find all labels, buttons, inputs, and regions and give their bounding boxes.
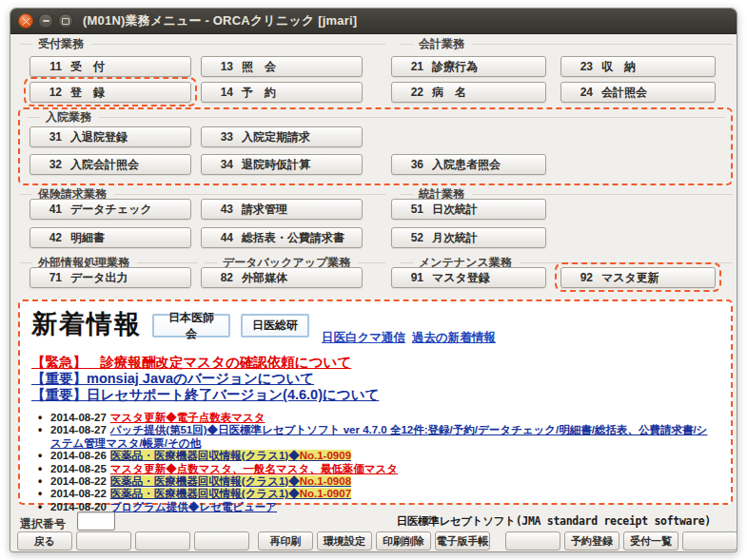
menu-button-code: 92: [574, 271, 593, 284]
fkey-button-blank[interactable]: [505, 531, 560, 550]
fkey-button-blank[interactable]: [194, 531, 249, 550]
news-item-link-1[interactable]: マスタ更新◆電子点数表マスタ: [110, 412, 265, 423]
menu-button-label: マスタ登録: [432, 270, 490, 286]
menu-button-21[interactable]: 21診療行為: [391, 56, 546, 77]
menu-button-label: 入院定期請求: [242, 129, 310, 145]
menu-button-33[interactable]: 33入院定期請求: [201, 126, 363, 147]
important-headline-link-2[interactable]: 【重要】日レセサポート終了バージョン(4.6.0)について: [31, 387, 379, 403]
menu-button-71[interactable]: 71データ出力: [29, 267, 191, 288]
fkey-button-reception-list[interactable]: 受付一覧: [623, 531, 678, 550]
menu-button-code: 24: [574, 86, 593, 99]
close-icon[interactable]: [18, 13, 33, 29]
menu-button-11[interactable]: 11受 付: [29, 56, 191, 77]
menu-button-code: 12: [43, 86, 62, 99]
recall-number: No.1-0908: [300, 475, 351, 487]
news-item-link-5[interactable]: 医薬品・医療機器回収情報(クラス1)◆No.1-0908: [110, 475, 351, 487]
minimize-icon[interactable]: [38, 13, 53, 29]
menu-button-label: 予 約: [242, 85, 276, 101]
software-name-text: 日医標準レセプトソフト(JMA standard receipt softwar…: [397, 514, 711, 529]
menu-button-82[interactable]: 82外部媒体: [201, 267, 363, 288]
jma-button[interactable]: 日本医師会: [152, 314, 230, 338]
menu-button-44[interactable]: 44総括表・公費請求書: [201, 227, 363, 248]
news-item: 2014-08-22医薬品・医療機器回収情報(クラス1)◆No.1-0907: [37, 488, 709, 500]
menu-button-14[interactable]: 14予 約: [201, 82, 363, 103]
menu-button-42[interactable]: 42明細書: [29, 227, 191, 248]
news-item: 2014-08-27マスタ更新◆電子点数表マスタ: [37, 412, 709, 424]
menu-button-code: 82: [214, 271, 233, 284]
menu-button-label: 外部媒体: [242, 270, 287, 286]
menu-button-code: 14: [214, 86, 233, 99]
menu-button-91[interactable]: 91マスタ登録: [391, 267, 546, 288]
news-item-link-2[interactable]: パッチ提供(第51回)◆日医標準レセプトソフト ver 4.7.0 全12件:登…: [50, 424, 707, 448]
news-title: 新着情報: [31, 307, 142, 341]
shirokuma-news-link[interactable]: 日医白クマ通信: [322, 330, 405, 346]
menu-button-32[interactable]: 32入院会計照会: [29, 154, 191, 175]
important-headline-link-1[interactable]: 【重要】monsiaj Javaのバージョンについて: [31, 371, 379, 387]
menu-button-36[interactable]: 36入院患者照会: [391, 154, 546, 175]
fkey-button-reservation-entry[interactable]: 予約登録: [564, 531, 619, 550]
fkey-button-reprint[interactable]: 再印刷: [258, 531, 313, 550]
fkey-button-e-notebook[interactable]: 電子版手帳: [435, 531, 490, 550]
news-item-link-7[interactable]: プログラム提供◆レセ電ビューア: [110, 501, 277, 512]
fkey-button-blank[interactable]: [76, 531, 131, 550]
fkey-button-blank[interactable]: [135, 531, 190, 550]
menu-button-13[interactable]: 13照 会: [201, 56, 363, 77]
menu-button-12[interactable]: 12登 録: [29, 82, 191, 103]
recall-number: No.1-0909: [300, 450, 351, 461]
maximize-icon[interactable]: [58, 13, 73, 29]
menu-button-code: 43: [214, 203, 233, 216]
menu-button-code: 32: [43, 158, 62, 171]
menu-button-code: 23: [574, 60, 593, 73]
news-item-date: 2014-08-26: [50, 450, 107, 461]
menu-button-31[interactable]: 31入退院登録: [29, 126, 191, 147]
desktop: { "window": { "title": "(M01N)業務メニュー - O…: [0, 0, 747, 560]
menu-button-41[interactable]: 41データチェック: [29, 199, 191, 220]
news-item: 2014-08-26医薬品・医療機器回収情報(クラス1)◆No.1-0909: [37, 450, 709, 462]
news-item-date: 2014-08-27: [50, 424, 107, 435]
menu-button-label: 登 録: [70, 85, 105, 101]
menu-button-code: 33: [214, 130, 233, 144]
fkey-button-print-delete[interactable]: 印刷削除: [376, 531, 431, 550]
recall-label: 医薬品・医療機器回収情報(クラス1)◆: [110, 475, 300, 487]
app-window: (M01N)業務メニュー - ORCAクリニック [jmari] 受付業務会計業…: [10, 8, 737, 552]
menu-button-34[interactable]: 34退院時仮計算: [201, 154, 363, 175]
news-item-date: 2014-08-27: [50, 412, 107, 423]
news-item-link-3[interactable]: 医薬品・医療機器回収情報(クラス1)◆No.1-0909: [110, 450, 351, 461]
news-item-date: 2014-08-22: [50, 475, 107, 487]
fkey-button-back[interactable]: 戻る: [17, 531, 72, 550]
menu-button-22[interactable]: 22病 名: [391, 82, 546, 103]
past-news-link[interactable]: 過去の新着情報: [412, 330, 496, 346]
menu-button-label: 明細書: [70, 230, 105, 246]
fkey-button-settings[interactable]: 環境設定: [317, 531, 372, 550]
fkey-button-blank[interactable]: [682, 531, 737, 550]
menu-button-51[interactable]: 51日次統計: [391, 199, 546, 220]
jmari-button[interactable]: 日医総研: [241, 314, 309, 338]
menu-button-code: 42: [43, 231, 62, 244]
menu-button-label: 入院会計照会: [70, 157, 139, 173]
menu-button-label: 診療行為: [432, 59, 478, 75]
emergency-headline-link[interactable]: 【緊急】 診療報酬改定マスタの確認依頼について: [31, 355, 379, 371]
news-item: 2014-08-27パッチ提供(第51回)◆日医標準レセプトソフト ver 4.…: [37, 424, 709, 450]
menu-button-label: 退院時仮計算: [242, 157, 310, 173]
menu-button-code: 52: [404, 231, 423, 244]
menu-button-code: 41: [43, 203, 62, 216]
menu-button-code: 71: [43, 271, 62, 284]
menu-button-label: 会計照会: [601, 85, 647, 101]
recall-label: 医薬品・医療機器回収情報(クラス1)◆: [110, 450, 300, 461]
menu-button-43[interactable]: 43請求管理: [201, 199, 363, 220]
news-item-link-6[interactable]: 医薬品・医療機器回収情報(クラス1)◆No.1-0907: [110, 488, 351, 499]
menu-button-23[interactable]: 23収 納: [560, 56, 716, 77]
news-item-date: 2014-08-22: [50, 488, 107, 499]
selection-number-input[interactable]: [77, 512, 115, 531]
menu-button-code: 21: [404, 60, 423, 73]
menu-button-24[interactable]: 24会計照会: [560, 82, 716, 103]
menu-button-code: 22: [404, 86, 423, 99]
menu-button-92[interactable]: 92マスタ更新: [560, 267, 716, 288]
window-title: (M01N)業務メニュー - ORCAクリニック [jmari]: [83, 12, 357, 29]
menu-button-52[interactable]: 52月次統計: [391, 227, 546, 248]
section-legend-inpatient: 入院業務: [28, 110, 725, 125]
news-item-link-4[interactable]: マスタ更新◆点数マスタ、一般名マスタ、最低薬価マスタ: [110, 463, 398, 474]
menu-button-code: 91: [404, 271, 423, 284]
menu-button-label: データ出力: [70, 270, 128, 286]
titlebar: (M01N)業務メニュー - ORCAクリニック [jmari]: [10, 9, 737, 34]
